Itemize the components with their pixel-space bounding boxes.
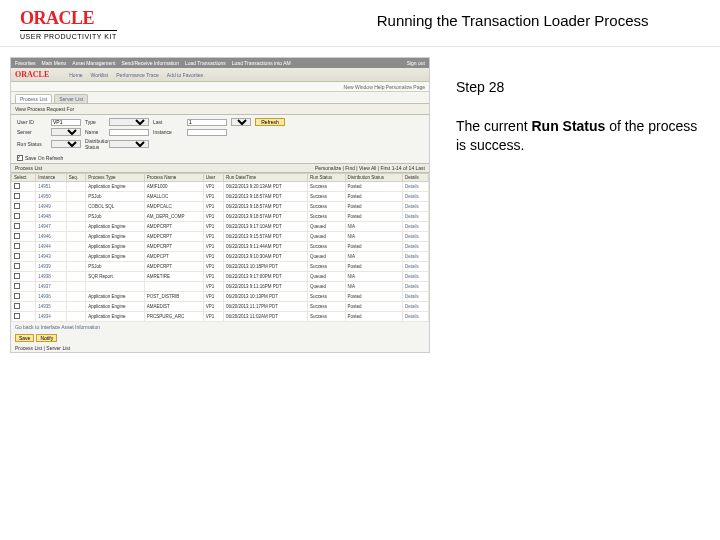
instance-cell[interactable]: 14946 xyxy=(36,232,66,242)
type-select[interactable] xyxy=(109,118,149,126)
user-cell: VP1 xyxy=(203,212,223,222)
run-status-cell: Queued xyxy=(307,272,345,282)
save-button[interactable]: Save xyxy=(15,334,34,342)
details-cell[interactable]: Details xyxy=(402,262,428,272)
user-cell: VP1 xyxy=(203,252,223,262)
name-cell: AMRETIRE xyxy=(144,272,203,282)
type-cell xyxy=(86,282,144,292)
details-cell[interactable]: Details xyxy=(402,222,428,232)
details-cell[interactable]: Details xyxy=(402,302,428,312)
run-status-label: Run Status xyxy=(17,141,47,147)
instance-cell[interactable]: 14936 xyxy=(36,292,66,302)
menu-item[interactable]: Add to Favorites xyxy=(167,72,203,78)
type-cell: Application Engine xyxy=(86,312,144,322)
select-cell[interactable] xyxy=(12,292,36,302)
back-link[interactable]: Go back to Interface Asset Information xyxy=(11,322,429,332)
select-cell[interactable] xyxy=(12,192,36,202)
tab-bar: Process List Server List xyxy=(11,92,429,103)
date-cell: 06/22/2013 9:20:13AM PDT xyxy=(223,182,307,192)
name-cell: AMIF1000 xyxy=(144,182,203,192)
menu-item[interactable]: Performance Trace xyxy=(116,72,159,78)
instruction-panel: Step 28 The current Run Status of the pr… xyxy=(430,47,720,353)
type-cell: Application Engine xyxy=(86,242,144,252)
select-cell[interactable] xyxy=(12,282,36,292)
select-cell[interactable] xyxy=(12,262,36,272)
dist-status-select[interactable] xyxy=(109,140,149,148)
details-cell[interactable]: Details xyxy=(402,312,428,322)
instance-cell[interactable]: 14947 xyxy=(36,222,66,232)
select-cell[interactable] xyxy=(12,272,36,282)
details-cell[interactable]: Details xyxy=(402,232,428,242)
run-status-cell: Queued xyxy=(307,232,345,242)
user-cell: VP1 xyxy=(203,232,223,242)
instance-cell[interactable]: 14948 xyxy=(36,212,66,222)
instance-from-input[interactable] xyxy=(187,129,227,136)
details-cell[interactable]: Details xyxy=(402,242,428,252)
run-status-cell: Success xyxy=(307,302,345,312)
save-on-refresh-checkbox[interactable] xyxy=(17,155,23,161)
select-cell[interactable] xyxy=(12,212,36,222)
dist-status-cell: Posted xyxy=(345,212,402,222)
instance-cell[interactable]: 14951 xyxy=(36,182,66,192)
run-status-select[interactable] xyxy=(51,140,81,148)
details-cell[interactable]: Details xyxy=(402,202,428,212)
run-status-cell: Success xyxy=(307,192,345,202)
select-cell[interactable] xyxy=(12,202,36,212)
select-cell[interactable] xyxy=(12,182,36,192)
details-cell[interactable]: Details xyxy=(402,212,428,222)
dist-status-cell: Posted xyxy=(345,192,402,202)
instance-cell[interactable]: 14943 xyxy=(36,252,66,262)
tab-process-list[interactable]: Process List xyxy=(15,94,52,103)
server-select[interactable] xyxy=(51,128,81,136)
instance-label: Instance xyxy=(153,129,183,135)
table-row: 14950PSJobAMALLOCVP106/22/2013 9:18:57AM… xyxy=(12,192,429,202)
details-cell[interactable]: Details xyxy=(402,292,428,302)
instance-cell[interactable]: 14934 xyxy=(36,312,66,322)
select-cell[interactable] xyxy=(12,252,36,262)
select-cell[interactable] xyxy=(12,242,36,252)
instance-cell[interactable]: 14938 xyxy=(36,272,66,282)
select-cell[interactable] xyxy=(12,222,36,232)
name-input[interactable] xyxy=(109,129,149,136)
process-list-nav: Personalize | Find | View All | First 1-… xyxy=(315,165,425,171)
notify-button[interactable]: Notify xyxy=(36,334,57,342)
instance-cell[interactable]: 14944 xyxy=(36,242,66,252)
details-cell[interactable]: Details xyxy=(402,182,428,192)
col-header: Details xyxy=(402,174,428,182)
details-cell[interactable]: Details xyxy=(402,252,428,262)
refresh-button[interactable]: Refresh xyxy=(255,118,285,126)
instance-cell[interactable]: 14937 xyxy=(36,282,66,292)
oracle-logo: ORACLE xyxy=(20,8,117,29)
instance-cell[interactable]: 14950 xyxy=(36,192,66,202)
instance-cell[interactable]: 14939 xyxy=(36,262,66,272)
menu-item[interactable]: Worklist xyxy=(91,72,109,78)
seq-cell xyxy=(66,182,86,192)
type-cell: PSJob xyxy=(86,192,144,202)
instance-cell[interactable]: 14935 xyxy=(36,302,66,312)
last-input[interactable] xyxy=(187,119,227,126)
details-cell[interactable]: Details xyxy=(402,192,428,202)
col-header: Run Date/Time xyxy=(223,174,307,182)
last-unit-select[interactable]: Days xyxy=(231,118,251,126)
table-row: 14946Application EngineAMDPCRPTVP106/22/… xyxy=(12,232,429,242)
run-status-cell: Success xyxy=(307,312,345,322)
run-status-cell: Queued xyxy=(307,252,345,262)
select-cell[interactable] xyxy=(12,232,36,242)
userid-input[interactable] xyxy=(51,119,81,126)
app-screenshot: Favorites Main Menu Asset Management Sen… xyxy=(10,57,430,353)
breadcrumb-item: Load Transactions into AM xyxy=(232,60,291,66)
user-cell: VP1 xyxy=(203,192,223,202)
run-status-cell: Queued xyxy=(307,282,345,292)
select-cell[interactable] xyxy=(12,302,36,312)
select-cell[interactable] xyxy=(12,312,36,322)
col-header: Process Type xyxy=(86,174,144,182)
signout-link[interactable]: Sign out xyxy=(407,60,425,66)
instance-cell[interactable]: 14949 xyxy=(36,202,66,212)
seq-cell xyxy=(66,212,86,222)
menu-item[interactable]: Home xyxy=(69,72,82,78)
details-cell[interactable]: Details xyxy=(402,272,428,282)
table-row: 14936Application EnginePOST_DISTRIBVP106… xyxy=(12,292,429,302)
details-cell[interactable]: Details xyxy=(402,282,428,292)
col-header: Select xyxy=(12,174,36,182)
tab-server-list[interactable]: Server List xyxy=(54,94,88,103)
